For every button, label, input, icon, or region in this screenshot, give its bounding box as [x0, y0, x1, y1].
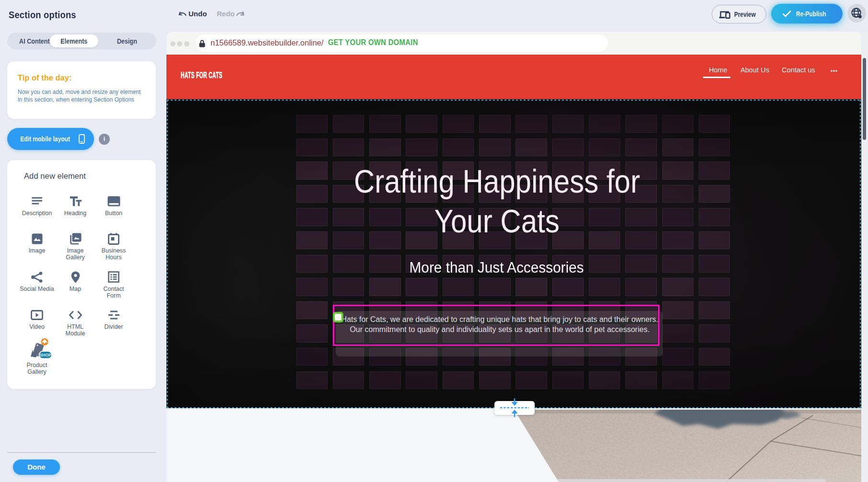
svg-text:SHOP: SHOP — [39, 353, 51, 357]
